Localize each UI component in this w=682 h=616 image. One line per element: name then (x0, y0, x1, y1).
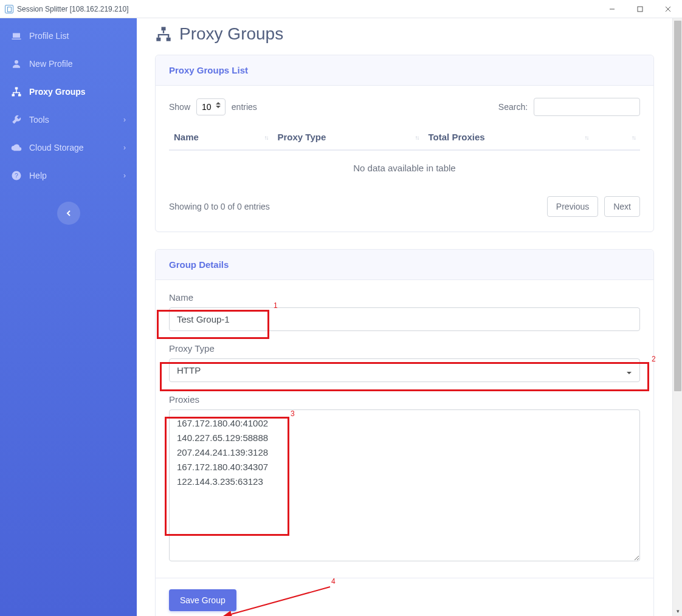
card-header: Proxy Groups List (156, 55, 653, 86)
sidebar-item-label: Tools (29, 115, 49, 125)
page-title: Proxy Groups (179, 24, 283, 44)
vertical-scrollbar[interactable]: ▾ (672, 18, 682, 616)
svg-rect-1 (638, 7, 642, 12)
card-header: Group Details (156, 250, 653, 280)
col-actions[interactable]: ↑↓ (593, 125, 641, 150)
sidebar-item-label: Profile List (29, 31, 69, 41)
proxies-textarea[interactable] (169, 409, 640, 561)
svg-rect-11 (156, 38, 160, 41)
sidebar-item-help[interactable]: ? Help › (0, 162, 137, 190)
sidebar: Profile List New Profile Proxy Groups To… (0, 18, 137, 616)
sidebar-item-label: Proxy Groups (29, 87, 86, 97)
group-name-input[interactable] (169, 307, 640, 331)
sidebar-item-proxy-groups[interactable]: Proxy Groups (0, 78, 137, 106)
scrollbar-thumb[interactable] (674, 21, 681, 391)
chevron-right-icon: › (123, 143, 126, 152)
laptop-icon (11, 30, 22, 41)
collapse-sidebar-button[interactable] (57, 202, 80, 225)
svg-rect-10 (162, 27, 166, 30)
svg-rect-12 (167, 38, 171, 41)
col-total-proxies[interactable]: Total Proxies↑↓ (424, 125, 593, 150)
proxy-type-label: Proxy Type (169, 343, 640, 354)
show-entries-control: Show 10 entries (169, 98, 257, 115)
cloud-icon (11, 142, 22, 153)
sidebar-item-label: Cloud Storage (29, 143, 84, 152)
sidebar-item-label: Help (29, 171, 47, 180)
svg-rect-6 (12, 94, 15, 97)
minimize-button[interactable] (598, 0, 626, 18)
svg-rect-5 (15, 87, 18, 90)
sidebar-item-tools[interactable]: Tools › (0, 106, 137, 134)
app-icon (5, 5, 13, 13)
proxy-type-select[interactable]: HTTP (169, 358, 640, 382)
wrench-icon (11, 114, 22, 125)
network-icon (155, 26, 172, 43)
proxies-label: Proxies (169, 394, 640, 405)
maximize-button[interactable] (626, 0, 654, 18)
table-info: Showing 0 to 0 of 0 entries (169, 202, 270, 211)
save-group-button[interactable]: Save Group (169, 589, 236, 611)
window-title: Session Splitter [108.162.219.210] (17, 5, 128, 13)
sidebar-item-new-profile[interactable]: New Profile (0, 50, 137, 78)
svg-point-4 (15, 60, 18, 64)
sidebar-item-label: New Profile (29, 59, 73, 69)
main-area: Proxy Groups Proxy Groups List Show 10 (137, 18, 682, 616)
table-search: Search: (498, 98, 640, 116)
proxy-groups-list-card: Proxy Groups List Show 10 entries (155, 55, 654, 232)
svg-text:?: ? (15, 172, 18, 179)
name-label: Name (169, 292, 640, 303)
next-button[interactable]: Next (604, 196, 640, 217)
svg-rect-7 (18, 94, 21, 97)
previous-button[interactable]: Previous (547, 196, 598, 217)
group-details-card: Group Details Name Proxy Type HTTP (155, 249, 654, 616)
user-icon (11, 58, 22, 69)
window-titlebar: Session Splitter [108.162.219.210] (0, 0, 682, 18)
col-proxy-type[interactable]: Proxy Type↑↓ (273, 125, 424, 150)
sidebar-item-profile-list[interactable]: Profile List (0, 22, 137, 50)
chevron-right-icon: › (123, 171, 126, 180)
sidebar-item-cloud-storage[interactable]: Cloud Storage › (0, 134, 137, 162)
search-input[interactable] (534, 98, 640, 116)
network-icon (11, 86, 22, 97)
col-name[interactable]: Name↑↓ (169, 125, 273, 150)
proxy-groups-table: Name↑↓ Proxy Type↑↓ Total Proxies↑↓ ↑↓ N… (169, 125, 640, 185)
help-icon: ? (11, 170, 22, 181)
chevron-right-icon: › (123, 115, 126, 124)
scroll-down-icon[interactable]: ▾ (673, 606, 682, 616)
close-button[interactable] (654, 0, 682, 18)
empty-row: No data available in table (169, 150, 640, 185)
entries-select[interactable]: 10 (196, 98, 226, 115)
